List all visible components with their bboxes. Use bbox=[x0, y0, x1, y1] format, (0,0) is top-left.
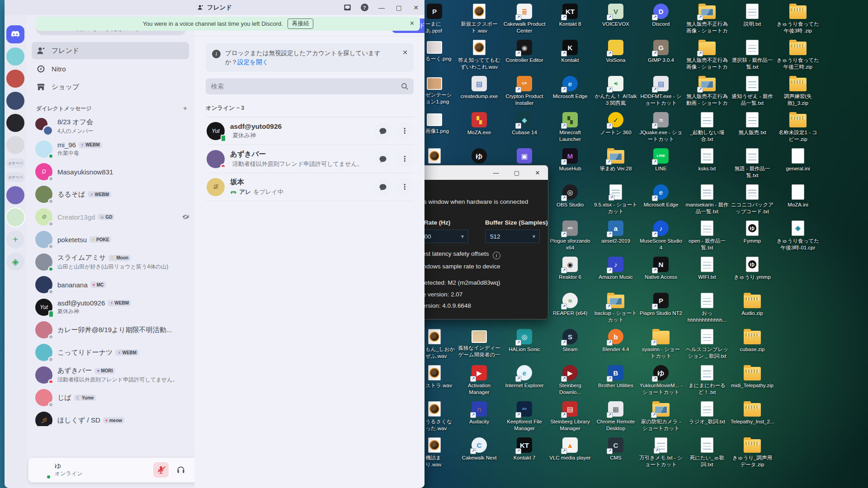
desktop-icon[interactable]: 答え知っててもむずいわこれ.wav bbox=[458, 40, 501, 70]
desktop-icon[interactable]: きゅうり_調声用データ.zip bbox=[731, 437, 774, 468]
dm-item[interactable]: 8/23 オフ会 4人のメンバー bbox=[26, 115, 194, 138]
desktop-icon[interactable]: ◎ ↗ OBS Studio bbox=[548, 184, 592, 208]
window-close-button[interactable]: ✕ bbox=[407, 0, 425, 15]
desktop-icon[interactable]: general.ini bbox=[776, 148, 820, 172]
desktop-icon[interactable]: ↗ syasinn - ショートカット bbox=[639, 329, 683, 359]
desktop-icon[interactable]: 孤独なインディーゲーム開発者の一生 ... bbox=[458, 329, 501, 359]
desktop-icon[interactable]: ↗ 家の防犯カメラ - ショートカット bbox=[639, 401, 683, 432]
friend-row[interactable]: あずきバー 活動者様以外原則フレンド申請許可してません。 ⋮ bbox=[206, 145, 414, 173]
desktop-icon[interactable]: sfz ↗ Plogue sforzando x64 bbox=[548, 221, 592, 251]
server-rail-item[interactable]: カサーバ bbox=[6, 158, 25, 168]
desktop-icon[interactable]: ◆ きゅうり食ってた午後3時-01.cpr bbox=[776, 221, 820, 251]
desktop-icon[interactable]: ▣ bbox=[503, 148, 546, 165]
desktop-icon[interactable]: Telepathy_Inst_2... bbox=[731, 401, 774, 425]
mic-muted-button[interactable] bbox=[153, 462, 169, 478]
server-rail-item[interactable] bbox=[6, 208, 24, 226]
desktop-icon[interactable]: ゆ bbox=[458, 148, 501, 165]
desktop-icon[interactable]: ↗ 無人販売不正行為画像 - ショートカッ... bbox=[685, 4, 729, 35]
desktop-icon[interactable]: ▚ ↗ Minecraft Launcher bbox=[548, 112, 592, 142]
dm-item[interactable]: 彡 ほしくず / SD ♥meow bbox=[26, 409, 194, 426]
desktop-icon[interactable]: C ↗ Cakewalk Next bbox=[458, 437, 501, 461]
desktop-icon[interactable]: _起動しない場合.txt bbox=[685, 112, 729, 142]
desktop-icon[interactable]: C ↗ CMS bbox=[594, 437, 637, 461]
desktop-icon[interactable]: a ↗ airset2-2019 bbox=[594, 221, 637, 244]
server-rail-item[interactable] bbox=[6, 186, 24, 204]
desktop-icon[interactable]: ゆ Fymmp bbox=[731, 221, 774, 244]
desktop-icon[interactable]: ↗ backup - ショートカット bbox=[594, 293, 637, 323]
dm-item[interactable]: poketetsu ⚡POKE bbox=[26, 228, 194, 251]
desktop-icon[interactable]: ▤ createdump.exe bbox=[458, 76, 501, 100]
dm-item[interactable]: カレー卯丼@8/19より期限不明活動... bbox=[26, 319, 194, 341]
desktop-icon[interactable]: ✓ ↗ ノートン 360 bbox=[594, 112, 637, 136]
headphones-button[interactable] bbox=[173, 462, 189, 478]
desktop-icon[interactable]: ∩ ↗ Audacity bbox=[458, 401, 501, 425]
desktop-icon[interactable]: ゆ きゅうり.ymmp bbox=[731, 257, 774, 281]
desktop-icon[interactable]: K ↗ Kontakt bbox=[548, 40, 592, 64]
desktop-icon[interactable]: ▲ ↗ VLC media player bbox=[548, 437, 592, 461]
desktop-icon[interactable]: ◎ ↗ HALion Sonic bbox=[503, 329, 546, 353]
desktop-icon[interactable]: ↗ 筆まめ Ver.28 bbox=[594, 148, 637, 172]
server-rail-item[interactable] bbox=[6, 25, 24, 43]
desktop-icon[interactable]: ksks.txt bbox=[685, 148, 729, 172]
desktop-icon[interactable]: ゞ ↗ VoiSona bbox=[594, 40, 637, 64]
desktop-icon[interactable]: ▶ ↗ Steinberg Downlo... bbox=[548, 365, 592, 395]
desktop-icon[interactable]: 新規エクスポート.wav bbox=[458, 4, 501, 34]
desktop-icon[interactable]: ▤ ↗ HDDFMT.exe - ショートカット bbox=[639, 76, 683, 106]
inbox-icon[interactable] bbox=[339, 0, 356, 15]
desktop-icon[interactable]: ▚ MoZA.exe bbox=[458, 112, 501, 136]
desktop-icon[interactable]: ♪ ↗ Amazon Music bbox=[594, 257, 637, 281]
desktop-icon[interactable]: ▤ ↗ Steinberg Library Manager bbox=[548, 401, 592, 432]
open-settings-link[interactable]: 設定を開く bbox=[237, 59, 268, 66]
server-rail-item[interactable] bbox=[6, 92, 24, 110]
desktop-icon[interactable]: 説明.txt bbox=[731, 4, 774, 28]
dm-item[interactable]: Yut asdf@yuto0926 ⚡WEBM 夏休み神 bbox=[26, 296, 194, 319]
desktop-icon[interactable]: manisekarin - 親作品一覧.txt bbox=[685, 184, 729, 215]
dialog-minimize-button[interactable]: — bbox=[486, 165, 506, 180]
banner-close-icon[interactable]: ✕ bbox=[402, 48, 408, 57]
desktop-icon[interactable]: cubase.zip bbox=[731, 329, 774, 353]
buffer-size-select[interactable]: 512 ▼ bbox=[485, 230, 540, 243]
dialog-maximize-button[interactable]: ▢ bbox=[506, 165, 527, 180]
desktop-icon[interactable]: ↗ 万引きメモ.txt - ショートカット bbox=[639, 437, 683, 468]
desktop-icon[interactable]: M ↗ MuseHub bbox=[548, 148, 592, 172]
dm-item[interactable]: こってりドーナツ ⚡WEBM bbox=[26, 341, 194, 364]
desktop-icon[interactable]: 無題 - 親作品一覧.txt bbox=[731, 148, 774, 178]
server-rail-item[interactable]: + bbox=[6, 230, 24, 249]
server-rail-item[interactable]: ◈ bbox=[6, 253, 24, 271]
desktop-icon[interactable]: ♪ ↗ MuseScore Studio 4 bbox=[639, 221, 683, 251]
desktop-icon[interactable]: ヘルスコンプレッション＿歌詞.txt bbox=[685, 329, 729, 359]
desktop-icon[interactable]: ılıı ↗ Keepforest File Manager bbox=[503, 401, 546, 432]
sidebar-nav-item[interactable]: Nitro bbox=[32, 60, 189, 77]
desktop-icon[interactable]: ≈ ↗ JQuake.exe - ショートカット bbox=[639, 112, 683, 142]
dm-item[interactable]: bananana ♥MC bbox=[26, 273, 194, 296]
desktop-icon[interactable]: e ↗ Internet Explorer bbox=[503, 365, 546, 389]
desktop-icon[interactable]: 無人販売.txt bbox=[731, 112, 774, 136]
dm-item[interactable]: mi_96 ⚡WEBM 作業中毒 bbox=[26, 138, 194, 160]
friend-row[interactable]: 坂 坂本 アレをプレイ中 ⋮ bbox=[206, 173, 414, 201]
dm-item[interactable]: あずきバー ♥MORI 活動者様以外原則フレンド申請許可してません。 bbox=[26, 364, 194, 386]
reconnect-button[interactable]: 再接続 bbox=[288, 19, 314, 29]
dm-item[interactable]: ⚙ Creator13gd ☠GD bbox=[26, 206, 194, 228]
banner-close-icon[interactable]: ✕ bbox=[410, 20, 415, 27]
desktop-icon[interactable]: 選択肢 - 親作品一覧.txt bbox=[731, 40, 774, 70]
desktop-icon[interactable]: CP ↗ Crypton Product Installer bbox=[503, 76, 546, 106]
desktop-icon[interactable]: ゆ ↗ YukkuriMovieM... - ショートカット bbox=[639, 365, 683, 395]
server-rail-item[interactable] bbox=[6, 114, 24, 132]
desktop-icon[interactable]: midi_Telepathy.zip bbox=[731, 365, 774, 389]
desktop-icon[interactable]: ▦ ↗ Chrome Remote Desktop bbox=[594, 401, 637, 432]
desktop-icon[interactable]: KT ↗ Kontakt 7 bbox=[503, 437, 546, 461]
more-button[interactable]: ⋮ bbox=[396, 179, 413, 195]
desktop-icon[interactable]: ▶ ↗ Activation Manager bbox=[458, 365, 501, 395]
desktop-icon[interactable]: ラジオ_歌詞.txt bbox=[685, 401, 729, 425]
more-button[interactable]: ⋮ bbox=[396, 123, 413, 139]
sidebar-nav-item[interactable]: フレンド bbox=[32, 42, 189, 59]
desktop-icon[interactable]: 通知うぜえ - 親作品一覧.txt bbox=[731, 76, 774, 106]
dm-item[interactable]: D Masayukisnow831 bbox=[26, 160, 194, 183]
desktop-icon[interactable]: WIFI.txt bbox=[685, 257, 729, 281]
message-button[interactable] bbox=[375, 179, 391, 195]
desktop-icon[interactable]: おっhhhhhhhhhhhh... bbox=[685, 293, 729, 323]
desktop-icon[interactable]: ◆ ↗ Cubase 14 bbox=[503, 112, 546, 136]
desktop-icon[interactable]: 名称未設定1 - コピー.zip bbox=[776, 112, 820, 142]
desktop-icon[interactable]: ◉ ↗ Reaktor 6 bbox=[548, 257, 592, 281]
desktop-icon[interactable]: きゅうり食ってた午後三時.zip bbox=[776, 40, 820, 70]
